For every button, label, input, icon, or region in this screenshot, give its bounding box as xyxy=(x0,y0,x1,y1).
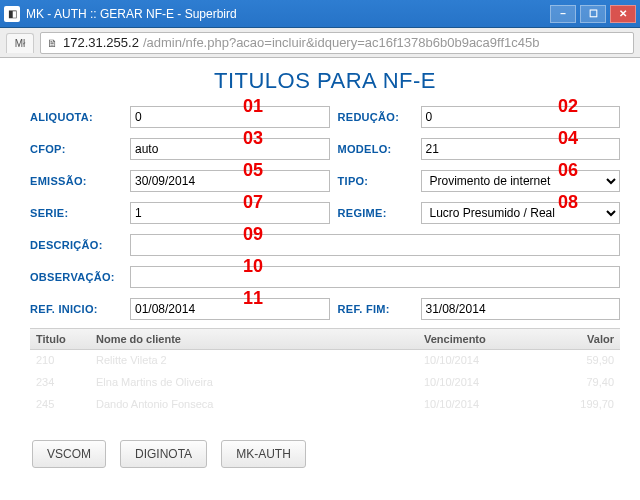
window-title: MK - AUTH :: GERAR NF-E - Superbird xyxy=(26,7,237,21)
label-serie: SERIE: xyxy=(30,207,122,219)
browser-toolbar: Mł 🗎 172.31.255.2/admin/nfe.php?acao=inc… xyxy=(0,28,640,58)
label-tipo: TIPO: xyxy=(338,175,413,187)
col-venc: Vencimento xyxy=(424,333,534,345)
label-cfop: CFOP: xyxy=(30,143,122,155)
label-descricao: DESCRIÇÃO: xyxy=(30,239,122,251)
table-header: Titulo Nome do cliente Vencimento Valor xyxy=(30,328,620,350)
input-reducao[interactable] xyxy=(421,106,621,128)
page-body: TITULOS PARA NF-E ALIQUOTA: REDUÇÃO: CFO… xyxy=(0,58,640,478)
button-row: VSCOM DIGINOTA MK-AUTH xyxy=(30,440,620,468)
vscom-button[interactable]: VSCOM xyxy=(32,440,106,468)
tab-stub[interactable]: Mł xyxy=(6,33,34,53)
table-row: 10/10/2014 xyxy=(424,398,534,416)
select-regime[interactable]: Lucro Presumido / Real xyxy=(421,202,621,224)
label-aliquota: ALIQUOTA: xyxy=(30,111,122,123)
close-button[interactable]: ✕ xyxy=(610,5,636,23)
label-observacao: OBSERVAÇÃO: xyxy=(30,271,122,283)
table-row: Dando Antonio Fonseca xyxy=(96,398,424,416)
table-body: 210 Relitte Vileta 2 10/10/2014 59,90 23… xyxy=(30,350,620,420)
mkauth-button[interactable]: MK-AUTH xyxy=(221,440,306,468)
label-regime: REGIME: xyxy=(338,207,413,219)
input-descricao[interactable] xyxy=(130,234,620,256)
table-row: 79,40 xyxy=(534,376,614,394)
input-aliquota[interactable] xyxy=(130,106,330,128)
minimize-button[interactable]: – xyxy=(550,5,576,23)
input-ref-inicio[interactable] xyxy=(130,298,330,320)
table-row: Relitte Vileta 2 xyxy=(96,354,424,372)
table-row: 210 xyxy=(36,354,96,372)
table-row: 245 xyxy=(36,398,96,416)
input-modelo[interactable] xyxy=(421,138,621,160)
table-row: 59,90 xyxy=(534,354,614,372)
select-tipo[interactable]: Provimento de internet xyxy=(421,170,621,192)
label-reducao: REDUÇÃO: xyxy=(338,111,413,123)
table-row: Elna Martins de Oliveira xyxy=(96,376,424,394)
table-row: 199,70 xyxy=(534,398,614,416)
table-row: 10/10/2014 xyxy=(424,376,534,394)
app-icon: ◧ xyxy=(4,6,20,22)
label-modelo: MODELO: xyxy=(338,143,413,155)
input-observacao[interactable] xyxy=(130,266,620,288)
address-bar[interactable]: 🗎 172.31.255.2/admin/nfe.php?acao=inclui… xyxy=(40,32,634,54)
col-valor: Valor xyxy=(534,333,614,345)
input-cfop[interactable] xyxy=(130,138,330,160)
form: ALIQUOTA: REDUÇÃO: CFOP: MODELO: EMISSÃO… xyxy=(30,106,620,320)
page-title: TITULOS PARA NF-E xyxy=(30,68,620,94)
url-path: /admin/nfe.php?acao=incluir&idquery=ac16… xyxy=(143,35,540,50)
input-emissao[interactable] xyxy=(130,170,330,192)
input-ref-fim[interactable] xyxy=(421,298,621,320)
url-host: 172.31.255.2 xyxy=(63,35,139,50)
label-emissao: EMISSÃO: xyxy=(30,175,122,187)
col-titulo: Titulo xyxy=(36,333,96,345)
diginota-button[interactable]: DIGINOTA xyxy=(120,440,207,468)
table-row: 234 xyxy=(36,376,96,394)
label-ref-inicio: REF. INICIO: xyxy=(30,303,122,315)
col-nome: Nome do cliente xyxy=(96,333,424,345)
label-ref-fim: REF. FIM: xyxy=(338,303,413,315)
input-serie[interactable] xyxy=(130,202,330,224)
maximize-button[interactable]: ☐ xyxy=(580,5,606,23)
window-titlebar: ◧ MK - AUTH :: GERAR NF-E - Superbird – … xyxy=(0,0,640,28)
page-icon: 🗎 xyxy=(45,36,59,50)
table-row: 10/10/2014 xyxy=(424,354,534,372)
